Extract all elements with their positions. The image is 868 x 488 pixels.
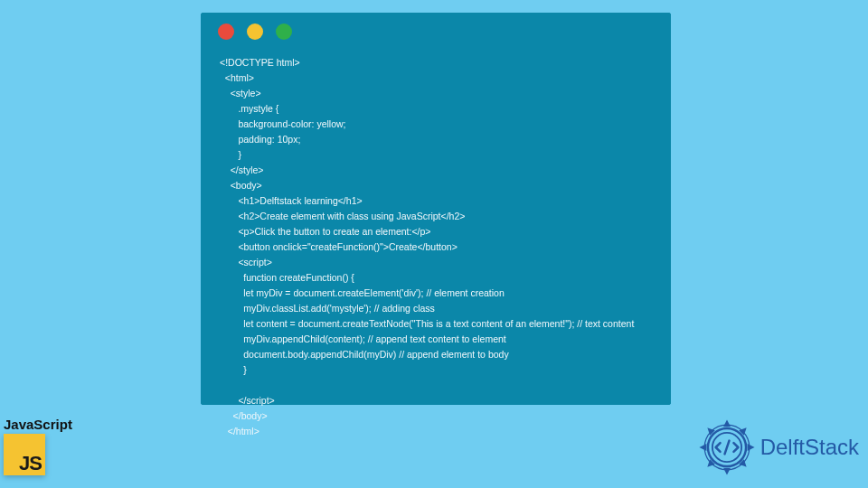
delftstack-logo-icon: [699, 419, 755, 475]
javascript-badge: JavaScript JS: [4, 417, 72, 475]
javascript-label: JavaScript: [4, 417, 72, 432]
maximize-icon: [276, 23, 292, 40]
code-window: <!DOCTYPE html> <html> <style> .mystyle …: [201, 13, 671, 405]
brand-name: DelftStack: [760, 435, 859, 460]
close-icon: [218, 23, 234, 40]
javascript-logo-text: JS: [19, 452, 42, 475]
minimize-icon: [247, 23, 263, 40]
window-titlebar: [202, 14, 670, 50]
javascript-logo-icon: JS: [4, 434, 45, 475]
code-block: <!DOCTYPE html> <html> <style> .mystyle …: [202, 50, 670, 439]
brand: DelftStack: [699, 419, 859, 475]
